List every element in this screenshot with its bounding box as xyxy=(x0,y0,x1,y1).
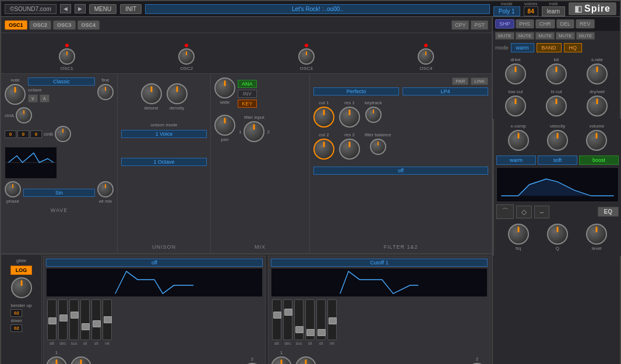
osc3-tab[interactable]: OSC3 xyxy=(53,20,76,30)
osc1-knob[interactable] xyxy=(59,48,75,65)
waveform-selector[interactable]: Classic xyxy=(28,77,95,86)
warm-boost-btn[interactable]: warm xyxy=(496,156,536,165)
env1-vel1-knob[interactable] xyxy=(70,356,91,364)
osc4-knob[interactable] xyxy=(418,48,434,65)
eq-button[interactable]: EQ xyxy=(598,207,619,217)
detune-knob[interactable] xyxy=(141,83,162,104)
fbal-knob[interactable] xyxy=(370,139,386,155)
osc-paste-btn[interactable]: PST xyxy=(471,20,488,30)
env1-sll-fader[interactable] xyxy=(91,299,101,340)
osc-copy-btn[interactable]: CPY xyxy=(451,20,470,30)
q-knob[interactable] xyxy=(547,224,568,245)
band-mode-btn[interactable]: BAND xyxy=(537,43,562,52)
fx-phs-tab[interactable]: PHS xyxy=(516,19,535,29)
ctrlb-knob[interactable] xyxy=(55,126,71,142)
fine-knob[interactable] xyxy=(97,84,114,100)
mute4-btn[interactable]: MUTE xyxy=(556,32,575,40)
wide-knob[interactable] xyxy=(214,77,235,98)
env1-att-fader[interactable] xyxy=(47,299,57,340)
filter2-selector[interactable]: LP4 xyxy=(403,87,488,96)
osc3-knob[interactable] xyxy=(298,48,315,65)
warm-mode-btn[interactable]: warm xyxy=(511,43,534,52)
drywet-knob[interactable] xyxy=(587,96,608,116)
nav-right-btn[interactable]: ▶ xyxy=(75,4,86,13)
octave-up-btn[interactable]: ∧ xyxy=(40,94,50,103)
menu-button[interactable]: MENU xyxy=(89,4,117,14)
level-knob[interactable] xyxy=(586,224,607,245)
env3-rel-fader[interactable] xyxy=(327,299,337,340)
osc2-tab[interactable]: OSC2 xyxy=(29,20,52,30)
drive-knob[interactable] xyxy=(505,63,526,84)
osc1-tab[interactable]: OSC1 xyxy=(5,20,27,30)
pan-knob[interactable] xyxy=(214,115,235,136)
glide-knob[interactable] xyxy=(11,277,32,298)
phase-knob[interactable] xyxy=(5,181,21,197)
key-btn[interactable]: KEY xyxy=(238,100,257,108)
fx-del-tab[interactable]: DEL xyxy=(556,19,575,29)
env1-rel-fader[interactable] xyxy=(103,299,112,340)
wtmix-knob[interactable] xyxy=(97,181,114,197)
cut2-knob[interactable] xyxy=(313,139,334,160)
volume-knob[interactable] xyxy=(586,130,607,151)
filter-off-display[interactable]: off xyxy=(313,167,488,175)
filter1-selector[interactable]: Perfecto xyxy=(313,87,399,96)
ana-btn[interactable]: ANA xyxy=(238,80,257,88)
frq-knob[interactable] xyxy=(508,224,529,245)
mute3-btn[interactable]: MUTE xyxy=(535,32,555,40)
lowcut-knob[interactable] xyxy=(505,96,526,116)
res1-knob[interactable] xyxy=(339,107,360,128)
par-btn[interactable]: PAR xyxy=(452,77,468,85)
xcomp-knob[interactable] xyxy=(508,130,529,151)
env1-amt1-knob[interactable] xyxy=(46,356,67,364)
voice-mode-selector[interactable]: 1 Voice xyxy=(121,130,207,138)
env3-dec-fader[interactable] xyxy=(283,299,292,340)
eq-low-shelf-btn[interactable]: ⌒ xyxy=(496,204,514,219)
srate-knob[interactable] xyxy=(587,63,608,84)
preset-display[interactable]: Let's Rock! :..oo00.. xyxy=(145,4,490,14)
env3-cutoff-display[interactable]: Cutoff 1 xyxy=(271,259,488,267)
ctrla-knob[interactable] xyxy=(16,107,32,123)
env3-slt-fader[interactable] xyxy=(305,299,315,340)
mute2-btn[interactable]: MUTE xyxy=(516,32,535,40)
octave-mode-selector[interactable]: 1 Octave xyxy=(121,158,207,166)
env3-sus-fader[interactable] xyxy=(294,299,304,340)
env1-sus-fader[interactable] xyxy=(69,299,79,340)
boost-boost-btn[interactable]: boost xyxy=(579,156,619,165)
bit-knob[interactable] xyxy=(546,63,567,84)
mute5-btn[interactable]: MUTE xyxy=(576,32,595,40)
fx-chr-tab[interactable]: CHR xyxy=(535,19,555,29)
nav-left-btn[interactable]: ◀ xyxy=(60,4,71,13)
hq-mode-btn[interactable]: HQ xyxy=(564,43,583,52)
res2-knob[interactable] xyxy=(339,139,360,160)
eq-high-shelf-btn[interactable]: ⌣ xyxy=(534,206,549,218)
fx-rev-tab[interactable]: REV xyxy=(576,19,595,29)
density-knob[interactable] xyxy=(167,83,188,104)
link-btn[interactable]: LINK xyxy=(471,77,488,85)
osc4-tab[interactable]: OSC4 xyxy=(77,20,100,30)
note-knob[interactable] xyxy=(5,84,26,105)
env1-slt-fader[interactable] xyxy=(80,299,90,340)
env3-att-fader[interactable] xyxy=(272,299,281,340)
keytrack-knob[interactable] xyxy=(365,107,382,123)
env3-sll-fader[interactable] xyxy=(316,299,326,340)
hicut-knob[interactable] xyxy=(546,96,567,116)
cut1-knob[interactable] xyxy=(313,107,334,128)
env1-dec-fader[interactable] xyxy=(58,299,68,340)
env3-amt1-knob[interactable] xyxy=(271,356,292,364)
soft-boost-btn[interactable]: soft xyxy=(538,156,577,165)
env3-vel1-knob[interactable] xyxy=(295,356,316,364)
inv-btn[interactable]: INV xyxy=(238,90,257,98)
velocity-knob[interactable] xyxy=(547,130,568,151)
mute1-btn[interactable]: MUTE xyxy=(495,32,514,40)
eq-peak-btn[interactable]: ◇ xyxy=(516,206,532,218)
octave-down-btn[interactable]: ∨ xyxy=(28,94,38,103)
voices-display[interactable]: 84 xyxy=(524,6,538,16)
learn-button[interactable]: learn xyxy=(542,6,565,16)
fx-shp-tab[interactable]: SHP xyxy=(495,19,514,29)
mode-display[interactable]: Poly 1 xyxy=(493,6,520,16)
env1-off-display[interactable]: off xyxy=(46,259,263,267)
osc2-knob[interactable] xyxy=(178,48,195,65)
init-button[interactable]: INIT xyxy=(120,4,142,14)
wave-type-selector[interactable]: Sin xyxy=(23,189,95,197)
log-button[interactable]: LOG xyxy=(10,266,33,275)
